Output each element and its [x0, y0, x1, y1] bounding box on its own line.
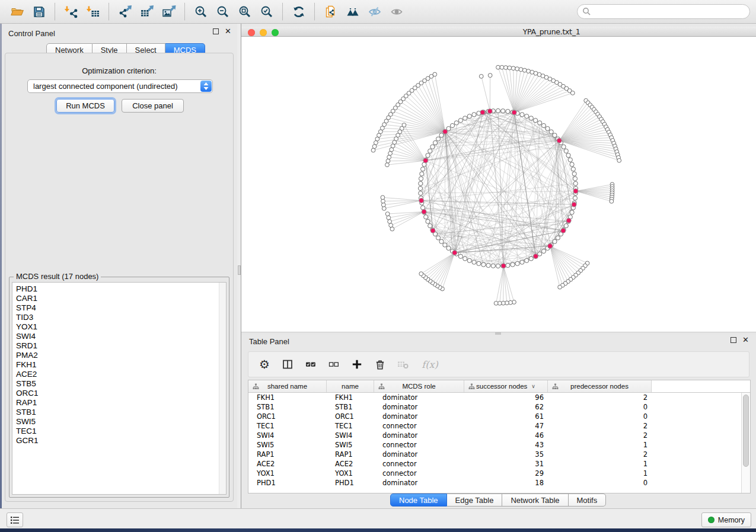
graph-node[interactable]: [506, 109, 510, 113]
graph-node[interactable]: [439, 239, 444, 243]
graph-leaf-node[interactable]: [382, 206, 386, 210]
column-header[interactable]: shared name: [248, 380, 327, 392]
graph-mcds-hub-node[interactable]: [566, 218, 571, 223]
graph-node[interactable]: [506, 263, 510, 267]
graph-node[interactable]: [439, 133, 444, 137]
network-window-titlebar[interactable]: YPA_prune.txt_1: [241, 27, 756, 37]
graph-mcds-hub-node[interactable]: [422, 209, 426, 214]
tab-edge-table[interactable]: Edge Table: [447, 493, 503, 507]
graph-node[interactable]: [486, 263, 490, 267]
graph-node[interactable]: [463, 116, 467, 120]
graph-node[interactable]: [419, 181, 423, 185]
graph-node[interactable]: [419, 177, 423, 181]
mcds-result-item[interactable]: CAR1: [12, 294, 226, 303]
mcds-result-item[interactable]: TID3: [12, 313, 226, 322]
graph-node[interactable]: [568, 158, 572, 162]
mcds-result-item[interactable]: STP4: [12, 303, 226, 313]
graph-node[interactable]: [472, 260, 476, 264]
table-scrollbar[interactable]: [741, 393, 750, 493]
graph-mcds-hub-node[interactable]: [480, 110, 485, 115]
graph-leaf-node[interactable]: [385, 212, 390, 216]
graph-node[interactable]: [467, 114, 471, 118]
graph-node[interactable]: [458, 118, 462, 123]
graph-node[interactable]: [534, 118, 538, 123]
graph-node[interactable]: [529, 257, 533, 261]
graph-mcds-hub-node[interactable]: [501, 264, 506, 268]
graph-node[interactable]: [467, 258, 471, 262]
zoom-in-button[interactable]: [190, 2, 212, 21]
graph-node[interactable]: [496, 108, 500, 113]
table-row[interactable]: SWI5SWI5connector431: [248, 440, 750, 450]
table-row[interactable]: RAP1RAP1dominator352: [248, 450, 750, 459]
scrollbar-thumb[interactable]: [743, 395, 749, 467]
graph-node[interactable]: [566, 153, 570, 158]
graph-leaf-node[interactable]: [503, 66, 508, 70]
delete-column-button[interactable]: [374, 358, 387, 371]
graph-mcds-hub-node[interactable]: [512, 110, 516, 115]
graph-leaf-node[interactable]: [386, 159, 390, 163]
graph-node[interactable]: [525, 114, 529, 118]
mcds-result-item[interactable]: GCR1: [12, 436, 226, 446]
graph-node[interactable]: [496, 264, 500, 268]
graph-leaf-node[interactable]: [433, 72, 437, 76]
memory-button[interactable]: Memory: [701, 512, 751, 527]
export-network-button[interactable]: [114, 2, 136, 21]
deselect-all-button[interactable]: [327, 358, 340, 371]
graph-mcds-hub-node[interactable]: [430, 228, 435, 233]
graph-node[interactable]: [520, 260, 524, 264]
graph-leaf-node[interactable]: [494, 301, 498, 305]
tab-motifs[interactable]: Motifs: [569, 493, 607, 507]
mcds-result-list[interactable]: PHD1CAR1STP4TID3YOX1SWI4SRD1PMA2FKH1ACE2…: [12, 282, 227, 495]
mcds-result-item[interactable]: PHD1: [12, 284, 226, 294]
close-panel-button[interactable]: Close panel: [122, 99, 184, 113]
mcds-result-item[interactable]: PMA2: [12, 351, 226, 360]
graph-node[interactable]: [446, 246, 451, 250]
save-session-button[interactable]: [28, 2, 50, 21]
table-row[interactable]: PHD1PHD1dominator180: [248, 478, 750, 488]
graph-node[interactable]: [525, 258, 529, 262]
table-row[interactable]: FKH1FKH1dominator962: [248, 393, 750, 402]
table-row[interactable]: YOX1YOX1connector291: [248, 469, 750, 478]
splitter-handle[interactable]: [238, 265, 241, 275]
graph-mcds-hub-node[interactable]: [573, 189, 578, 194]
graph-leaf-node[interactable]: [522, 68, 527, 72]
graph-leaf-node[interactable]: [496, 65, 500, 69]
graph-leaf-node[interactable]: [402, 123, 406, 127]
graph-node[interactable]: [553, 133, 557, 137]
graph-mcds-hub-node[interactable]: [561, 228, 566, 233]
graph-node[interactable]: [430, 145, 435, 149]
graph-mcds-hub-node[interactable]: [423, 158, 428, 163]
graph-leaf-node[interactable]: [479, 74, 483, 78]
graph-leaf-node[interactable]: [388, 151, 393, 155]
show-columns-button[interactable]: [281, 358, 294, 371]
mcds-result-item[interactable]: FKH1: [12, 360, 226, 370]
graph-mcds-hub-node[interactable]: [534, 254, 538, 259]
table-row[interactable]: TEC1TEC1connector472: [248, 421, 750, 431]
graph-leaf-node[interactable]: [381, 196, 385, 200]
show-all-button[interactable]: [385, 2, 407, 21]
graph-node[interactable]: [454, 121, 458, 125]
graph-mcds-hub-node[interactable]: [419, 198, 424, 203]
window-zoom-traffic-light[interactable]: [272, 29, 279, 36]
export-table-button[interactable]: [136, 2, 158, 21]
export-image-button[interactable]: [158, 2, 180, 21]
table-row[interactable]: ACE2ACE2connector311: [248, 459, 750, 469]
graph-leaf-node[interactable]: [570, 91, 575, 95]
graph-node[interactable]: [501, 109, 505, 113]
graph-leaf-node[interactable]: [488, 73, 492, 78]
float-panel-icon[interactable]: [731, 337, 736, 343]
column-header[interactable]: MCDS role: [374, 380, 464, 392]
graph-leaf-node[interactable]: [617, 158, 621, 162]
graph-leaf-node[interactable]: [371, 148, 375, 152]
mcds-result-item[interactable]: ORC1: [12, 389, 226, 398]
graph-node[interactable]: [472, 113, 476, 117]
graph-leaf-node[interactable]: [387, 216, 391, 220]
float-panel-icon[interactable]: [213, 28, 219, 34]
graph-leaf-node[interactable]: [519, 68, 523, 72]
tab-node-table[interactable]: Node Table: [390, 493, 447, 507]
graph-leaf-node[interactable]: [374, 140, 378, 145]
graph-leaf-node[interactable]: [387, 155, 391, 159]
mcds-result-item[interactable]: ACE2: [12, 370, 226, 379]
show-panels-button[interactable]: [7, 512, 23, 527]
graph-node[interactable]: [538, 121, 542, 125]
